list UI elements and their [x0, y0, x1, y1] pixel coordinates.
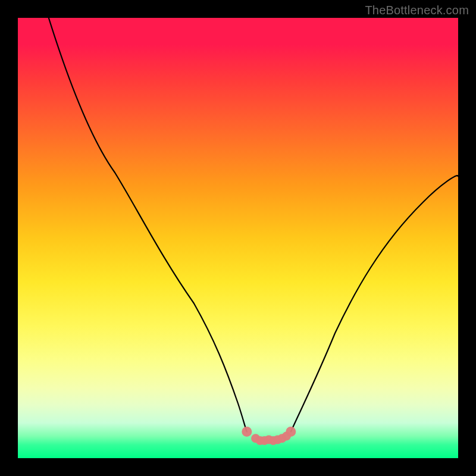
plot-area — [18, 18, 458, 458]
trough-markers — [242, 427, 296, 445]
chart-frame: TheBottleneck.com — [0, 0, 476, 476]
left-curve — [49, 18, 247, 432]
svg-point-0 — [242, 427, 252, 437]
chart-curves — [18, 18, 458, 458]
svg-point-9 — [286, 427, 296, 437]
watermark-text: TheBottleneck.com — [365, 4, 469, 17]
right-curve — [291, 176, 458, 431]
